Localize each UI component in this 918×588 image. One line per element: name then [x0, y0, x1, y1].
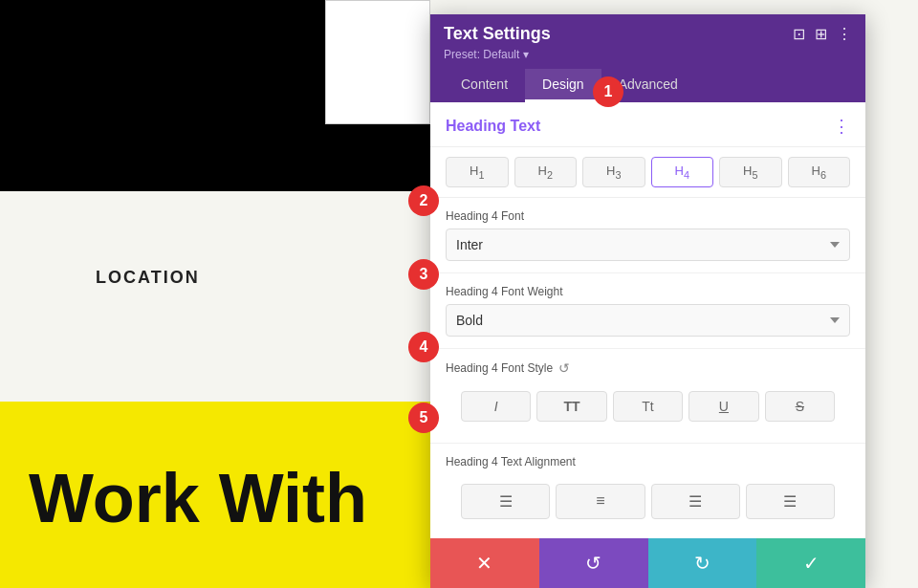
font-label: Heading 4 Font	[446, 209, 850, 223]
font-label-text: Heading 4 Font	[446, 209, 524, 223]
cancel-button[interactable]: ✕	[430, 538, 539, 588]
panel-body: Heading Text ⋮ H1 H2 H3 H4 H5 H6 Heading…	[430, 102, 865, 538]
font-weight-select[interactable]: Bold Normal Light	[446, 304, 850, 337]
heading-btn-h5[interactable]: H5	[719, 157, 782, 187]
undo-button[interactable]: ↺	[539, 538, 648, 588]
section-heading-text: Heading Text ⋮	[430, 102, 865, 147]
badge-3: 3	[408, 259, 439, 290]
panel-footer: ✕ ↺ ↻ ✓	[430, 538, 865, 588]
badge-2: 2	[408, 185, 439, 216]
align-btn-center[interactable]: ≡	[556, 484, 645, 519]
panel-header: Text Settings ⊡ ⊞ ⋮ Preset: Default ▾ Co…	[430, 14, 865, 102]
save-button[interactable]: ✓	[756, 538, 865, 588]
panel-tabs: Content Design Advanced	[444, 69, 852, 102]
text-alignment-label-text: Heading 4 Text Alignment	[446, 455, 576, 468]
heading-btn-h6[interactable]: H6	[788, 157, 851, 187]
text-alignment-field-group: Heading 4 Text Alignment ☰ ≡ ☰ ☰	[430, 444, 865, 538]
page-white-box	[325, 0, 430, 124]
style-btn-capitalize[interactable]: Tt	[613, 391, 683, 422]
align-btn-justify[interactable]: ☰	[746, 484, 835, 519]
tab-content[interactable]: Content	[444, 69, 525, 102]
font-weight-label: Heading 4 Font Weight	[446, 285, 850, 298]
responsive-icon[interactable]: ⊡	[793, 25, 805, 43]
font-style-reset-icon[interactable]: ↺	[558, 360, 570, 376]
undo-icon: ↺	[585, 552, 601, 575]
style-btn-underline[interactable]: U	[688, 391, 758, 422]
heading-btn-h3[interactable]: H3	[582, 157, 645, 187]
font-style-field-group: Heading 4 Font Style ↺ I TT Tt U S	[430, 349, 865, 444]
panel-header-icons: ⊡ ⊞ ⋮	[793, 25, 852, 43]
badge-5: 5	[408, 403, 439, 433]
badge-4: 4	[408, 332, 439, 362]
save-icon: ✓	[803, 552, 820, 575]
text-settings-panel: Text Settings ⊡ ⊞ ⋮ Preset: Default ▾ Co…	[430, 14, 865, 588]
panel-title: Text Settings	[444, 24, 551, 44]
panel-preset[interactable]: Preset: Default ▾	[444, 48, 852, 61]
grid-icon[interactable]: ⊞	[815, 25, 827, 43]
badge-1: 1	[593, 76, 623, 107]
heading-buttons-row: H1 H2 H3 H4 H5 H6	[430, 147, 865, 198]
style-btn-strikethrough[interactable]: S	[765, 391, 835, 422]
font-select[interactable]: Inter Roboto Arial	[446, 229, 850, 261]
heading-btn-h1[interactable]: H1	[446, 157, 509, 187]
style-btn-italic[interactable]: I	[461, 391, 531, 422]
panel-header-top: Text Settings ⊡ ⊞ ⋮	[444, 24, 852, 44]
redo-button[interactable]: ↻	[648, 538, 757, 588]
font-weight-label-text: Heading 4 Font Weight	[446, 285, 563, 298]
more-options-icon[interactable]: ⋮	[837, 25, 852, 43]
style-buttons-row: I TT Tt U S	[446, 381, 850, 431]
heading-btn-h2[interactable]: H2	[514, 157, 578, 187]
section-menu-icon[interactable]: ⋮	[833, 116, 850, 137]
heading-btn-h4[interactable]: H4	[651, 157, 714, 187]
text-alignment-label: Heading 4 Text Alignment	[446, 455, 850, 468]
font-weight-field-group: Heading 4 Font Weight Bold Normal Light	[430, 273, 865, 349]
location-label: LOCATION	[96, 268, 200, 288]
section-title: Heading Text	[446, 118, 540, 135]
style-btn-uppercase[interactable]: TT	[536, 391, 606, 422]
tab-design[interactable]: Design	[525, 69, 601, 102]
cancel-icon: ✕	[476, 552, 492, 575]
font-field-group: Heading 4 Font Inter Roboto Arial	[430, 198, 865, 273]
font-style-label-text: Heading 4 Font Style	[446, 361, 553, 375]
align-btn-right[interactable]: ☰	[651, 484, 740, 519]
work-with-text: Work With	[29, 459, 367, 537]
align-btn-left[interactable]: ☰	[461, 484, 550, 519]
redo-icon: ↻	[694, 552, 710, 575]
font-style-label: Heading 4 Font Style ↺	[446, 360, 850, 376]
align-buttons-row: ☰ ≡ ☰ ☰	[446, 474, 850, 529]
